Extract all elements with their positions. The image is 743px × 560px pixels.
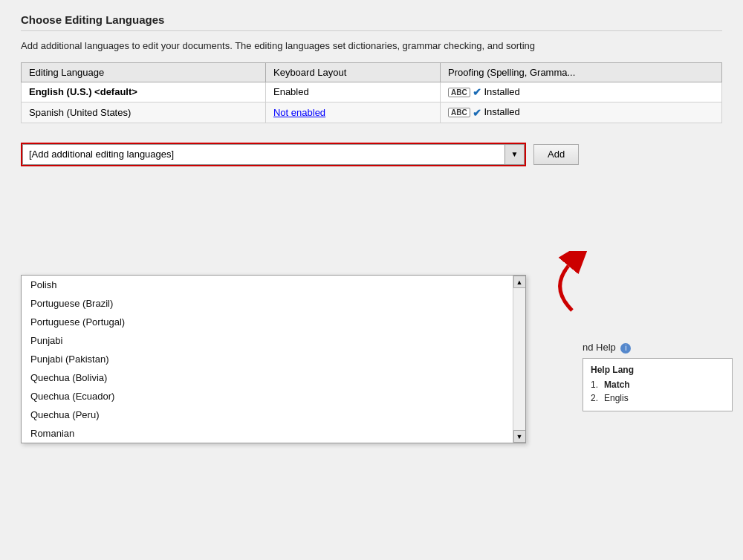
list-item[interactable]: Portuguese (Brazil) [22,294,525,313]
section-title: Choose Editing Languages [21,13,722,31]
add-button[interactable]: Add [533,144,579,165]
proofing-status-spanish: Installed [484,106,519,117]
abc-icon-spanish: ABC ✔ [448,107,481,119]
list-item[interactable]: Romanian [22,424,525,443]
table-row[interactable]: English (U.S.) <default> Enabled ABC ✔ I… [22,82,722,102]
list-item[interactable]: Quechua (Ecuador) [22,387,525,406]
language-dropdown[interactable]: [Add additional editing languages] [22,144,505,165]
dropdown-row: [Add additional editing languages] ▼ Add [0,143,743,166]
proofing-status-english: Installed [484,86,519,97]
abc-badge-spanish: ABC [448,108,470,117]
list-item[interactable]: Quechua (Bolivia) [22,368,525,387]
abc-icon-english: ABC ✔ [448,86,481,98]
dialog-container: Choose Editing Languages Add additional … [0,0,743,560]
list-item[interactable]: Punjabi (Pakistan) [22,350,525,368]
list-item: 2.Englis [591,391,724,405]
red-arrow-container [528,251,602,328]
keyboard-english: Enabled [265,82,440,102]
proofing-spanish: ABC ✔ Installed [441,102,722,123]
col-header-proofing: Proofing (Spelling, Gramma... [441,62,722,82]
keyboard-spanish: Not enabled [265,102,440,123]
check-mark-spanish: ✔ [473,107,481,119]
list-item[interactable]: Punjabi [22,331,525,350]
help-lang-box: Help Lang 1.Match2.Englis [583,358,733,411]
dialog-section: Choose Editing Languages Add additional … [0,0,743,143]
help-title: nd Help i [583,342,733,354]
col-header-keyboard: Keyboard Layout [265,62,440,82]
proofing-english: ABC ✔ Installed [441,82,722,102]
col-header-language: Editing Language [22,62,266,82]
chevron-down-icon: ▼ [511,150,519,158]
list-item[interactable]: Quechua (Peru) [22,406,525,424]
dropdown-list-outer: PolishPortuguese (Brazil)Portuguese (Por… [22,276,525,443]
help-title-text: nd Help [583,342,616,353]
description-text: Add additional languages to edit your do… [21,39,722,53]
list-item[interactable]: Portuguese (Portugal) [22,313,525,331]
scroll-down-button[interactable]: ▼ [513,430,526,443]
scroll-up-button[interactable]: ▲ [513,276,526,288]
help-lang-list: 1.Match2.Englis [591,378,724,405]
lang-name-spanish: Spanish (United States) [22,102,266,123]
dropdown-arrow-button[interactable]: ▼ [505,144,525,165]
language-table: Editing Language Keyboard Layout Proofin… [21,62,722,123]
help-section: nd Help i Help Lang 1.Match2.Englis [572,334,743,419]
right-panel: nd Help i Help Lang 1.Match2.Englis [572,334,743,419]
table-row[interactable]: Spanish (United States) Not enabled ABC … [22,102,722,123]
info-icon[interactable]: i [620,343,631,354]
help-lang-header: Help Lang [591,365,724,375]
list-item[interactable]: Polish [22,276,525,294]
check-mark: ✔ [473,86,481,98]
scrollbar: ▲ ▼ [513,276,525,443]
abc-badge: ABC [448,88,470,97]
dropdown-wrapper: [Add additional editing languages] ▼ [21,143,526,166]
not-enabled-link[interactable]: Not enabled [273,107,325,118]
dropdown-list-container: PolishPortuguese (Brazil)Portuguese (Por… [21,275,526,443]
dropdown-list: PolishPortuguese (Brazil)Portuguese (Por… [22,276,525,443]
red-arrow-icon [528,251,602,325]
list-item: 1.Match [591,378,724,391]
lang-name-english: English (U.S.) <default> [22,82,266,102]
